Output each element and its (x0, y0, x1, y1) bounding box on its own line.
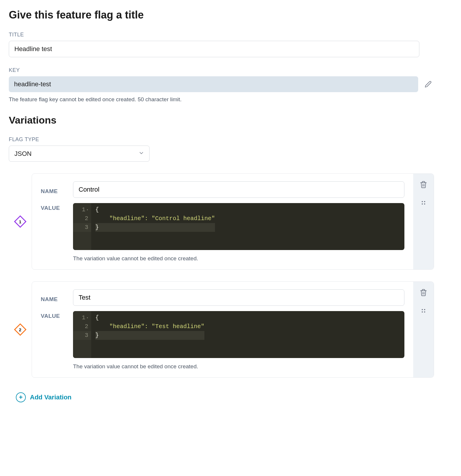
delete-variation-button[interactable] (418, 288, 428, 298)
svg-point-5 (424, 309, 425, 310)
editor-content: { "headline": "Test headline" } (91, 311, 209, 358)
page-heading: Give this feature flag a title (9, 9, 434, 21)
variations-heading: Variations (9, 114, 434, 126)
editor-gutter: 1▾ 2 3 (73, 203, 91, 250)
svg-point-7 (424, 311, 425, 313)
name-label: NAME (41, 185, 64, 195)
value-label: VALUE (41, 203, 64, 211)
drag-icon (421, 308, 426, 315)
svg-point-2 (422, 203, 423, 205)
variation-row: 2 NAME VALUE 1▾ 2 3 (9, 281, 434, 378)
editor-gutter: 1▾ 2 3 (73, 311, 91, 358)
value-help-text: The variation value cannot be edited onc… (73, 363, 404, 370)
svg-point-1 (424, 201, 425, 202)
pencil-icon (425, 81, 432, 88)
key-value: headline-test (9, 76, 418, 92)
delete-variation-button[interactable] (418, 180, 428, 190)
variation-name-input[interactable] (73, 181, 404, 198)
svg-point-6 (422, 311, 423, 313)
key-label: KEY (9, 67, 434, 73)
flag-type-select[interactable]: JSON (9, 146, 150, 162)
variation-name-input[interactable] (73, 289, 404, 306)
variation-card: NAME VALUE 1▾ 2 3 { (32, 173, 434, 270)
edit-key-button[interactable] (422, 78, 434, 90)
value-help-text: The variation value cannot be edited onc… (73, 255, 404, 262)
variation-row: 1 NAME VALUE 1▾ 2 3 (9, 173, 434, 270)
json-editor[interactable]: 1▾ 2 3 { "headline": "Test headline" } (73, 311, 404, 358)
editor-content: { "headline": "Control headline" } (91, 203, 219, 250)
name-label: NAME (41, 293, 64, 303)
variation-badge: 1 (14, 215, 26, 228)
svg-point-3 (424, 203, 425, 205)
plus-circle-icon: + (16, 392, 26, 402)
title-label: TITLE (9, 32, 434, 38)
trash-icon (420, 181, 427, 188)
json-editor[interactable]: 1▾ 2 3 { "headline": "Control headline" … (73, 203, 404, 250)
drag-handle[interactable] (419, 199, 428, 209)
drag-handle[interactable] (419, 307, 428, 317)
trash-icon (420, 289, 427, 296)
value-label: VALUE (41, 311, 64, 319)
title-input[interactable] (9, 41, 419, 57)
key-help-text: The feature flag key cannot be edited on… (9, 96, 434, 103)
flag-type-label: FLAG TYPE (9, 136, 434, 143)
variation-badge: 2 (14, 323, 26, 336)
add-variation-button[interactable]: + Add Variation (16, 389, 72, 405)
variation-card: NAME VALUE 1▾ 2 3 { (32, 281, 434, 378)
svg-point-4 (422, 309, 423, 310)
svg-point-0 (422, 201, 423, 202)
drag-icon (421, 200, 426, 207)
